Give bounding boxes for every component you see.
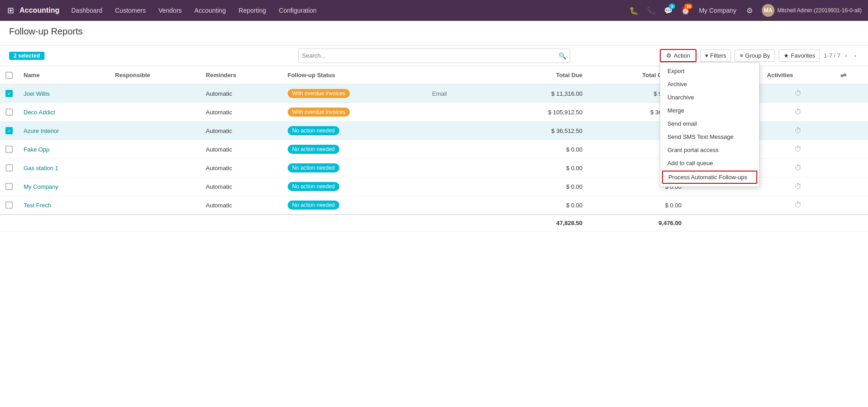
col-activities: Activities xyxy=(761,66,835,84)
dropdown-archive[interactable]: Archive xyxy=(660,78,759,91)
row-checkbox-cell[interactable]: ✓ xyxy=(0,84,18,103)
nav-configuration[interactable]: Configuration xyxy=(273,0,323,21)
row-name[interactable]: My Company xyxy=(18,177,110,196)
row-name[interactable]: Test Frech xyxy=(18,196,110,215)
row-checkbox-cell[interactable] xyxy=(0,140,18,159)
filters-button[interactable]: ▾ Filters xyxy=(700,49,731,62)
row-activities[interactable]: ⏱ xyxy=(761,103,835,122)
settings-icon[interactable]: ⚙ xyxy=(742,3,757,18)
row-total-due: $ 0.00 xyxy=(498,196,588,215)
activity-clock-icon[interactable]: ⏱ xyxy=(794,127,802,134)
row-checkbox-cell[interactable] xyxy=(0,177,18,196)
dropdown-add-call-queue[interactable]: Add to call queue xyxy=(660,157,759,170)
row-followup-level xyxy=(427,159,498,177)
pagination-next[interactable]: › xyxy=(852,51,859,60)
company-name[interactable]: My Company xyxy=(695,7,740,14)
col-followup-status: Follow-up Status xyxy=(282,66,427,84)
nav-reporting[interactable]: Reporting xyxy=(232,0,273,21)
topnav-icons: 🐛 📞 💬 5 ⏰ 36 My Company ⚙ MA Mitchell Ad… xyxy=(626,3,864,18)
selected-count-badge: 2 selected xyxy=(9,52,44,60)
pagination: 1-7 / 7 ‹ › xyxy=(824,51,859,60)
row-responsible xyxy=(110,177,201,196)
followup-status-badge: No action needed xyxy=(288,126,339,135)
activity-clock-icon[interactable]: ⏱ xyxy=(794,201,802,209)
col-settings[interactable]: ⇌ xyxy=(835,66,868,84)
row-checkbox[interactable]: ✓ xyxy=(5,90,13,97)
row-activities[interactable]: ⏱ xyxy=(761,84,835,103)
nav-accounting[interactable]: Accounting xyxy=(188,0,232,21)
row-name[interactable]: Deco Addict xyxy=(18,103,110,122)
row-checkbox-cell[interactable] xyxy=(0,196,18,215)
phone-icon[interactable]: 📞 xyxy=(643,3,659,18)
row-checkbox-cell[interactable] xyxy=(0,103,18,122)
total-empty-5 xyxy=(282,215,427,231)
row-name[interactable]: Fake Opp xyxy=(18,140,110,159)
row-checkbox[interactable] xyxy=(5,108,13,116)
dropdown-send-email[interactable]: Send email xyxy=(660,117,759,130)
dropdown-process-followups[interactable]: Process Automatic Follow-ups xyxy=(662,171,757,184)
select-all-header[interactable] xyxy=(0,66,18,84)
dropdown-export[interactable]: Export xyxy=(660,64,759,78)
dropdown-unarchive[interactable]: Unarchive xyxy=(660,91,759,104)
row-followup-level xyxy=(427,103,498,122)
activity-clock-icon[interactable]: ⏱ xyxy=(794,145,802,153)
user-menu[interactable]: MA Mitchell Admin (22019931-16-0-all) xyxy=(759,4,864,17)
row-extra xyxy=(835,140,868,159)
row-checkbox[interactable]: ✓ xyxy=(5,127,13,134)
clock-nav-icon[interactable]: ⏰ 36 xyxy=(678,3,693,18)
nav-customers[interactable]: Customers xyxy=(109,0,152,21)
dropdown-grant-portal[interactable]: Grant portal access xyxy=(660,143,759,157)
row-name[interactable]: Joel Willis xyxy=(18,84,110,103)
favorites-button[interactable]: ★ Favorites xyxy=(779,49,820,62)
action-button[interactable]: ⚙ Action xyxy=(660,49,696,62)
toolbar-right: ⚙ Action Export Archive Unarchive Merge … xyxy=(660,49,859,62)
grid-icon[interactable]: ⊞ xyxy=(4,5,18,15)
total-empty-9 xyxy=(835,215,868,231)
row-total-overdue: $ 0.00 xyxy=(588,196,687,215)
row-activities[interactable]: ⏱ xyxy=(761,177,835,196)
row-checkbox[interactable] xyxy=(5,146,13,153)
dropdown-send-sms[interactable]: Send SMS Text Message xyxy=(660,130,759,143)
followup-status-badge: With overdue invoices xyxy=(288,108,350,117)
top-navigation: ⊞ Accounting Dashboard Customers Vendors… xyxy=(0,0,868,21)
row-checkbox-cell[interactable]: ✓ xyxy=(0,122,18,140)
activity-clock-icon[interactable]: ⏱ xyxy=(794,182,802,190)
filter-icon: ▾ xyxy=(705,52,708,59)
row-name[interactable]: Gas station 1 xyxy=(18,159,110,177)
nav-vendors[interactable]: Vendors xyxy=(152,0,188,21)
row-checkbox[interactable] xyxy=(5,201,13,209)
search-bar: 🔍 xyxy=(298,49,570,63)
row-checkbox[interactable] xyxy=(5,164,13,172)
total-empty-4 xyxy=(201,215,282,231)
row-activities[interactable]: ⏱ xyxy=(761,140,835,159)
col-total-due: Total Due xyxy=(498,66,588,84)
activity-clock-icon[interactable]: ⏱ xyxy=(794,164,802,172)
row-reminders: Automatic xyxy=(201,103,282,122)
nav-dashboard[interactable]: Dashboard xyxy=(65,0,109,21)
activity-clock-icon[interactable]: ⏱ xyxy=(794,89,802,97)
row-followup-status: No action needed xyxy=(282,159,427,177)
activity-clock-icon[interactable]: ⏱ xyxy=(794,108,802,116)
select-all-checkbox[interactable] xyxy=(5,72,13,79)
row-followup-status: With overdue invoices xyxy=(282,103,427,122)
dropdown-merge[interactable]: Merge xyxy=(660,104,759,117)
row-checkbox[interactable] xyxy=(5,183,13,190)
row-followup-status: No action needed xyxy=(282,122,427,140)
row-reminders: Automatic xyxy=(201,177,282,196)
group-by-button[interactable]: ≡ Group By xyxy=(735,49,775,62)
user-name: Mitchell Admin (22019931-16-0-all) xyxy=(777,7,862,14)
row-checkbox-cell[interactable] xyxy=(0,159,18,177)
action-dropdown-menu: Export Archive Unarchive Merge Send emai… xyxy=(660,62,760,187)
followup-status-badge: No action needed xyxy=(288,201,339,210)
row-activities[interactable]: ⏱ xyxy=(761,122,835,140)
row-activities[interactable]: ⏱ xyxy=(761,196,835,215)
chat-icon[interactable]: 💬 5 xyxy=(661,3,676,18)
bug-icon[interactable]: 🐛 xyxy=(626,3,642,18)
search-input[interactable] xyxy=(302,52,559,59)
app-brand[interactable]: Accounting xyxy=(18,6,65,15)
row-activities[interactable]: ⏱ xyxy=(761,159,835,177)
row-reminders: Automatic xyxy=(201,159,282,177)
search-icon[interactable]: 🔍 xyxy=(559,52,566,59)
pagination-prev[interactable]: ‹ xyxy=(842,51,849,60)
row-name[interactable]: Azure Interior xyxy=(18,122,110,140)
